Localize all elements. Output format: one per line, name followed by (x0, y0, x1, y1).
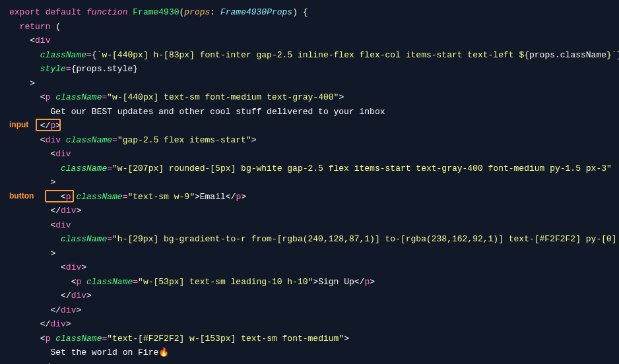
code-line[interactable]: className="h-[29px] bg-gradient-to-r fro… (9, 232, 610, 247)
fire-emoji-icon: 🔥 (158, 348, 169, 357)
code-line[interactable]: <div (9, 218, 610, 233)
code-line[interactable]: Set the world on Fire🔥 (9, 346, 610, 360)
code-line[interactable]: <div> (9, 260, 610, 275)
code-line[interactable]: > (9, 247, 610, 261)
code-line[interactable]: </p> (9, 360, 610, 365)
code-line[interactable]: </div> (9, 289, 610, 303)
code-line[interactable]: <p className="w-[53px] text-sm leading-1… (9, 275, 610, 289)
code-line[interactable]: </div> (9, 204, 610, 218)
code-line[interactable]: <p className="text-sm w-9">Email</p> (9, 190, 610, 204)
code-line[interactable]: </p> (9, 119, 610, 133)
code-line[interactable]: <p className="text-[#F2F2F2] w-[153px] t… (9, 332, 610, 346)
code-line[interactable]: <p className="w-[440px] text-sm font-med… (9, 90, 610, 105)
annotation-button-label: button (9, 191, 34, 200)
code-line[interactable]: <div className="gap-2.5 flex items-start… (9, 133, 610, 148)
code-line[interactable]: Get our BEST updates and other cool stuf… (9, 105, 610, 119)
code-line[interactable]: </div> (9, 317, 610, 332)
code-line[interactable]: style={props.style} (9, 62, 610, 76)
code-line[interactable]: export default function Frame4930(props:… (9, 5, 610, 20)
code-line[interactable]: className="w-[207px] rounded-[5px] bg-wh… (9, 162, 610, 176)
code-line[interactable]: <div (9, 147, 610, 162)
annotation-input-label: input (9, 120, 28, 129)
code-line[interactable]: </div> (9, 303, 610, 318)
code-editor[interactable]: export default function Frame4930(props:… (0, 5, 619, 364)
code-line[interactable]: <div (9, 34, 610, 48)
code-line[interactable]: return ( (9, 20, 610, 34)
code-line[interactable]: > (9, 76, 610, 91)
code-line[interactable]: className={`w-[440px] h-[83px] font-inte… (9, 48, 610, 63)
code-line[interactable]: > (9, 175, 610, 190)
